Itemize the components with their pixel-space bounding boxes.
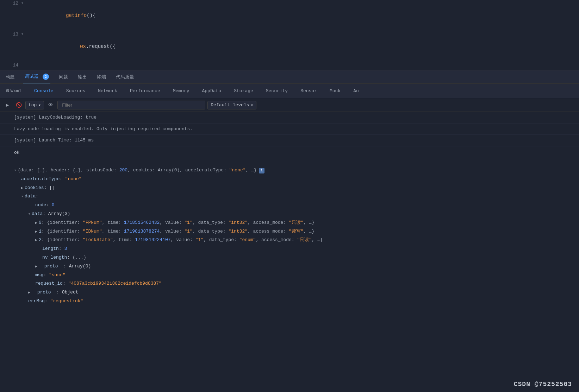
line-number-12: 12 [0, 1, 21, 6]
obj-data-array[interactable]: ▾ data : Array(3) [14, 210, 579, 219]
code-line-13: 13 ▾ wx.request({ [0, 31, 579, 62]
console-line-3: [system] Launch Time: 1145 ms [0, 135, 579, 146]
line-chevron-13[interactable]: ▾ [21, 32, 28, 36]
obj-item-1-toggle[interactable]: ▶ [35, 229, 37, 235]
obj-item-0-toggle[interactable]: ▶ [35, 220, 37, 226]
toolbar-quality[interactable]: 代码质量 [114, 71, 136, 83]
code-line-14: 14 url: 'https://iot-api.heclouds.com/th… [0, 62, 579, 70]
toolbar-debugger[interactable]: 调试器 2 [23, 70, 50, 83]
eye-button[interactable]: 👁 [46, 101, 55, 110]
line-content-13: wx.request({ [28, 32, 579, 61]
toolbar-output[interactable]: 输出 [76, 71, 88, 83]
obj-proto-object[interactable]: ▶ __proto__ : Object [14, 288, 579, 297]
console-output[interactable]: [system] LazyCodeLoading: true Lazy code… [0, 112, 579, 392]
tab-sensor[interactable]: Sensor [294, 84, 323, 99]
obj-proto-obj-toggle[interactable]: ▶ [28, 290, 30, 296]
main-container: 12 ▾ getinfo(){ 13 ▾ wx.request({ 14 url… [0, 0, 579, 392]
tab-wxml[interactable]: ⊡ Wxml [0, 84, 28, 99]
tab-performance[interactable]: Performance [124, 84, 167, 99]
tab-au[interactable]: Au [347, 84, 365, 99]
console-line-ok: ok [0, 146, 579, 159]
wxml-icon: ⊡ [6, 88, 9, 94]
tab-network[interactable]: Network [92, 84, 124, 99]
obj-code: code : 0 [14, 201, 579, 210]
obj-proto-array[interactable]: ▶ __proto__ : Array(0) [14, 262, 579, 271]
obj-length: length : 3 [14, 245, 579, 253]
csdn-watermark: CSDN @75252503 [514, 381, 572, 388]
obj-item-0[interactable]: ▶ 0 : {identifier: "FPNum" , time: 17185… [14, 219, 579, 227]
code-editor: 12 ▾ getinfo(){ 13 ▾ wx.request({ 14 url… [0, 0, 579, 70]
obj-data-outer-toggle[interactable]: ▾ [21, 194, 23, 200]
line-number-13: 13 [0, 32, 21, 37]
context-select[interactable]: top ▾ [25, 101, 44, 109]
object-tree: ▾ {data: {…}, header: {…}, statusCode: 2… [0, 163, 579, 309]
tab-memory[interactable]: Memory [167, 84, 196, 99]
console-spacer [0, 159, 579, 163]
tab-sources[interactable]: Sources [60, 84, 92, 99]
tab-console[interactable]: Console [28, 84, 60, 99]
filter-input[interactable] [57, 101, 205, 109]
obj-item-2-toggle[interactable]: ▶ [35, 238, 37, 243]
toolbar-issues[interactable]: 问题 [57, 71, 69, 83]
levels-select[interactable]: Default levels ▾ [207, 101, 256, 109]
line-content-12: getinfo(){ [28, 1, 579, 30]
obj-cookies-toggle[interactable]: ▶ [21, 185, 23, 191]
obj-item-2[interactable]: ▶ 2 : {identifier: "LockState" , time: 1… [14, 236, 579, 245]
obj-nv-length: nv_length : (...) [14, 253, 579, 262]
levels-chevron-icon: ▾ [250, 102, 253, 108]
obj-msg: msg : "succ" [14, 271, 579, 280]
tab-mock[interactable]: Mock [323, 84, 347, 99]
select-chevron-icon: ▾ [38, 102, 41, 108]
tab-appdata[interactable]: AppData [196, 84, 228, 99]
toolbar: 构建 调试器 2 问题 输出 终端 代码质量 [0, 70, 579, 84]
obj-accelerate-type: accelerateType : "none" [14, 175, 579, 184]
obj-item-1[interactable]: ▶ 1 : {identifier: "IDNum" , time: 17198… [14, 227, 579, 236]
clear-button[interactable]: 🚫 [14, 101, 23, 110]
toolbar-build[interactable]: 构建 [4, 71, 16, 83]
line-number-14: 14 [0, 63, 21, 68]
console-area: ▶ 🚫 top ▾ 👁 Default levels ▾ [system] La… [0, 99, 579, 392]
execute-button[interactable]: ▶ [3, 101, 12, 110]
line-content-14: url: 'https://iot-api.heclouds.com/thing… [28, 63, 579, 70]
line-chevron-12[interactable]: ▾ [21, 1, 28, 5]
obj-request-id: request_id : "4087a3cb1993421882ce1defcb… [14, 279, 579, 288]
obj-data-array-toggle[interactable]: ▾ [28, 211, 30, 217]
obj-err-msg: errMsg : "request:ok" [14, 297, 579, 306]
code-line-12: 12 ▾ getinfo(){ [0, 0, 579, 31]
obj-proto-array-toggle[interactable]: ▶ [35, 264, 37, 270]
obj-cookies[interactable]: ▶ cookies : [] [14, 184, 579, 192]
obj-root-toggle[interactable]: ▾ [14, 168, 16, 173]
console-toolbar: ▶ 🚫 top ▾ 👁 Default levels ▾ [0, 99, 579, 112]
console-line-2: Lazy code loading is enabled. Only injec… [0, 124, 579, 135]
tab-storage[interactable]: Storage [228, 84, 260, 99]
tab-security[interactable]: Security [260, 84, 294, 99]
toolbar-terminal[interactable]: 终端 [95, 71, 107, 83]
console-line-1: [system] LazyCodeLoading: true [0, 112, 579, 124]
obj-data-outer[interactable]: ▾ data : [14, 192, 579, 201]
debugger-badge: 2 [43, 74, 49, 80]
devtools-tabs: ⊡ Wxml Console Sources Network Performan… [0, 84, 579, 99]
obj-root[interactable]: ▾ {data: {…}, header: {…}, statusCode: 2… [14, 166, 579, 175]
info-badge: i [259, 168, 264, 173]
